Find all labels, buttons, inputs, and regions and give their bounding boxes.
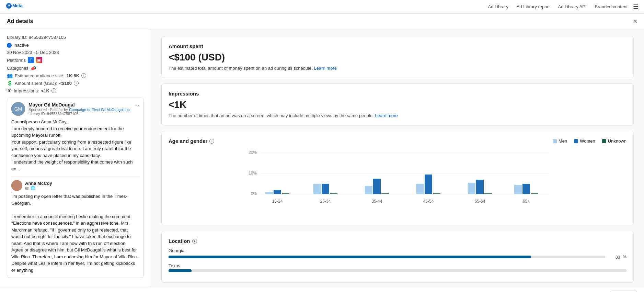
ad-details-modal: Ad details × Library ID: 845533947587105… xyxy=(0,14,644,292)
amount-info-icon[interactable]: i xyxy=(74,81,79,86)
left-panel: Library ID: 845533947587105 Inactive 30 … xyxy=(0,29,151,287)
svg-rect-27 xyxy=(484,193,492,194)
comment-name: Anna McCoy xyxy=(25,181,52,186)
impressions-card: Impressions <1K The number of times that… xyxy=(161,83,634,125)
svg-rect-14 xyxy=(322,184,329,194)
svg-rect-13 xyxy=(313,184,321,194)
ad-card-library-id: Library ID: 845533947587105 xyxy=(28,112,134,116)
unknown-legend-dot xyxy=(602,139,606,143)
svg-text:10%: 10% xyxy=(249,171,257,176)
men-legend-label: Men xyxy=(559,138,567,144)
svg-rect-29 xyxy=(514,185,522,194)
chart-svg: 20% 10% 0% 18-24 25-34 xyxy=(169,149,626,218)
location-row-texas: Texas xyxy=(169,263,626,272)
modal-footer: Close xyxy=(0,287,644,292)
ad-library-report-link[interactable]: Ad Library report xyxy=(517,4,550,9)
eye-icon: 👁 xyxy=(7,88,12,93)
location-name-georgia: Georgia xyxy=(169,248,626,253)
platforms-label: Platforms xyxy=(7,58,26,63)
chart-header: Age and gender i Men Women xyxy=(169,138,626,144)
paid-by-link[interactable]: Campaign to Elect Gil McDougal Inc xyxy=(69,108,130,112)
amount-row: 💲 Amount spent (USD): <$100 i xyxy=(7,80,144,86)
svg-rect-17 xyxy=(365,186,372,194)
svg-rect-21 xyxy=(416,184,424,194)
legend-women: Women xyxy=(574,138,595,144)
svg-rect-30 xyxy=(522,184,530,194)
legend-men: Men xyxy=(553,138,567,144)
audience-row: 👥 Estimated audience size: 1K-5K i xyxy=(7,73,144,78)
avatar-image: GM xyxy=(11,102,25,116)
location-row-georgia: Georgia 83 % xyxy=(169,248,626,260)
topbar: M Meta Ad Library Ad Library report Ad L… xyxy=(0,0,644,14)
text-truncation xyxy=(16,166,20,171)
topbar-links: Ad Library Ad Library report Ad Library … xyxy=(488,4,628,9)
svg-rect-11 xyxy=(282,193,289,194)
megaphone-icon: 📣 xyxy=(31,65,36,71)
age-gender-info-icon[interactable]: i xyxy=(209,139,214,144)
women-legend-dot xyxy=(574,139,578,143)
meta-logo: M Meta xyxy=(5,2,26,11)
comment-author-info: Anna McCoy 8h 🌐 xyxy=(25,181,52,190)
comment-text: I'm posting my open letter that was publ… xyxy=(11,193,139,273)
unknown-legend-label: Unknown xyxy=(608,138,626,144)
audience-info-icon[interactable]: i xyxy=(81,73,86,78)
comment-section: Anna McCoy 8h 🌐 I'm posting my open lett… xyxy=(11,176,139,273)
age-gender-section: Age and gender i Men Women xyxy=(161,131,634,225)
branded-content-link[interactable]: Branded content xyxy=(595,4,628,9)
location-bar-fill-georgia xyxy=(169,256,531,258)
impressions-label: Impressions: xyxy=(14,88,39,93)
location-info-icon[interactable]: i xyxy=(192,239,197,244)
amount-value: <$100 xyxy=(59,81,72,86)
svg-text:18-24: 18-24 xyxy=(272,199,283,204)
library-id-value: 845533947587105 xyxy=(29,35,66,40)
location-bar-bg-georgia xyxy=(169,256,605,258)
svg-text:65+: 65+ xyxy=(523,199,530,204)
svg-text:20%: 20% xyxy=(249,150,257,155)
svg-text:M: M xyxy=(8,4,10,8)
comment-avatar-image xyxy=(11,180,22,191)
location-pct-georgia: 83 xyxy=(608,255,620,260)
categories-label: Categories xyxy=(7,66,28,71)
comment-meta: 8h 🌐 xyxy=(25,186,52,190)
audience-value: 1K-5K xyxy=(67,73,80,78)
modal-close-button[interactable]: × xyxy=(633,18,637,25)
money-icon: 💲 xyxy=(7,80,13,86)
modal-header: Ad details × xyxy=(0,14,644,29)
bar-chart: 20% 10% 0% 18-24 25-34 xyxy=(169,149,626,218)
modal-title: Ad details xyxy=(7,18,33,24)
status-badge: Inactive xyxy=(7,43,144,48)
svg-rect-22 xyxy=(425,175,432,194)
impressions-info-icon[interactable]: i xyxy=(51,88,56,93)
amount-spent-title: Amount spent xyxy=(169,43,626,49)
svg-rect-15 xyxy=(330,193,337,194)
chart-legend: Men Women Unknown xyxy=(553,138,626,144)
svg-rect-10 xyxy=(274,190,281,194)
ad-card-avatar: GM xyxy=(11,102,25,116)
status-label: Inactive xyxy=(13,43,29,48)
ad-library-api-link[interactable]: Ad Library API xyxy=(558,4,586,9)
amount-label: Amount spent (USD): xyxy=(15,81,57,86)
impressions-row: 👁 Impressions: <1K i xyxy=(7,88,144,93)
location-title: Location i xyxy=(169,238,626,244)
topbar-menu-icon[interactable]: ☰ xyxy=(633,3,639,11)
close-button[interactable]: Close xyxy=(610,291,637,292)
audience-label: Estimated audience size: xyxy=(15,73,65,78)
svg-text:35-44: 35-44 xyxy=(372,199,382,204)
women-legend-label: Women xyxy=(580,138,595,144)
impressions-value: <1K xyxy=(41,88,49,93)
right-panel: Amount spent <$100 (USD) The estimated t… xyxy=(151,29,644,287)
ad-library-link[interactable]: Ad Library xyxy=(488,4,508,9)
impressions-learn-more-link[interactable]: Learn more xyxy=(375,113,398,118)
ad-card-options-button[interactable]: ··· xyxy=(134,102,139,109)
modal-body: Library ID: 845533947587105 Inactive 30 … xyxy=(0,29,644,287)
amount-learn-more-link[interactable]: Learn more xyxy=(314,66,337,71)
svg-rect-26 xyxy=(476,180,484,194)
globe-icon: 🌐 xyxy=(31,186,35,190)
chart-title: Age and gender i xyxy=(169,138,214,144)
ad-card-text: Councilperson Anna McCoy, I am deeply ho… xyxy=(11,119,139,172)
svg-rect-23 xyxy=(433,193,440,194)
instagram-icon: ▣ xyxy=(36,57,42,63)
svg-text:45-54: 45-54 xyxy=(423,199,434,204)
library-id-label: Library ID: xyxy=(7,35,27,40)
svg-rect-18 xyxy=(373,179,381,194)
